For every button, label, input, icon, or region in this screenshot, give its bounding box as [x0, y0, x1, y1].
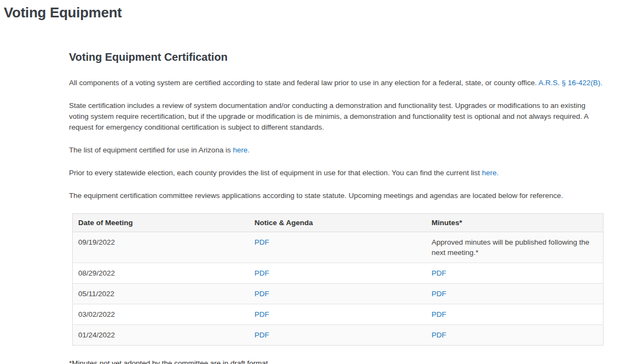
meeting-date-cell: 05/11/2022: [73, 284, 249, 304]
paragraph-certification-intro: All components of a voting system are ce…: [69, 78, 603, 88]
paragraph-county-list: Prior to every statewide election, each …: [69, 168, 603, 178]
minutes-pdf-link[interactable]: PDF: [432, 269, 446, 277]
paragraph-text: The list of equipment certified for use …: [69, 146, 231, 154]
paragraph-text: All components of a voting system are ce…: [69, 79, 537, 87]
table-row: 03/02/2022 PDF PDF: [73, 304, 603, 325]
notice-pdf-link[interactable]: PDF: [255, 290, 269, 298]
ars-statute-link[interactable]: A.R.S. § 16-422(B).: [538, 79, 602, 87]
header-notice-agenda: Notice & Agenda: [249, 214, 426, 232]
paragraph-certified-list: The list of equipment certified for use …: [69, 145, 603, 156]
paragraph-state-certification: State certification includes a review of…: [69, 100, 603, 133]
meeting-date-cell: 01/24/2022: [73, 325, 249, 346]
header-minutes: Minutes*: [426, 214, 603, 232]
current-list-here-link[interactable]: here.: [482, 169, 499, 177]
minutes-pdf-link[interactable]: PDF: [432, 310, 446, 318]
section-title: Voting Equipment Certification: [69, 51, 603, 63]
minutes-footnote: *Minutes not yet adopted by the committe…: [69, 359, 603, 364]
table-row: 08/29/2022 PDF PDF: [73, 263, 603, 284]
meeting-date-cell: 09/19/2022: [73, 232, 249, 263]
minutes-pending-text: Approved minutes will be published follo…: [432, 237, 598, 258]
minutes-pdf-link[interactable]: PDF: [432, 290, 446, 298]
notice-pdf-link[interactable]: PDF: [255, 269, 269, 277]
certified-equipment-here-link[interactable]: here.: [233, 146, 250, 154]
meetings-table: Date of Meeting Notice & Agenda Minutes*…: [72, 213, 603, 346]
meeting-date-cell: 03/02/2022: [73, 304, 249, 325]
notice-pdf-link[interactable]: PDF: [255, 238, 269, 246]
notice-pdf-link[interactable]: PDF: [255, 310, 269, 318]
minutes-pdf-link[interactable]: PDF: [432, 331, 446, 339]
notice-pdf-link[interactable]: PDF: [255, 331, 269, 339]
main-content: Voting Equipment Certification All compo…: [69, 51, 603, 364]
paragraph-text: Prior to every statewide election, each …: [69, 169, 480, 177]
table-row: 05/11/2022 PDF PDF: [73, 284, 603, 304]
page-title: Voting Equipment: [4, 4, 122, 21]
meeting-date-cell: 08/29/2022: [73, 263, 249, 284]
header-date-of-meeting: Date of Meeting: [73, 214, 249, 232]
table-row: 01/24/2022 PDF PDF: [73, 325, 603, 346]
table-header-row: Date of Meeting Notice & Agenda Minutes*: [73, 214, 603, 232]
table-row: 09/19/2022 PDF Approved minutes will be …: [73, 232, 603, 263]
paragraph-committee: The equipment certification committee re…: [69, 190, 603, 201]
